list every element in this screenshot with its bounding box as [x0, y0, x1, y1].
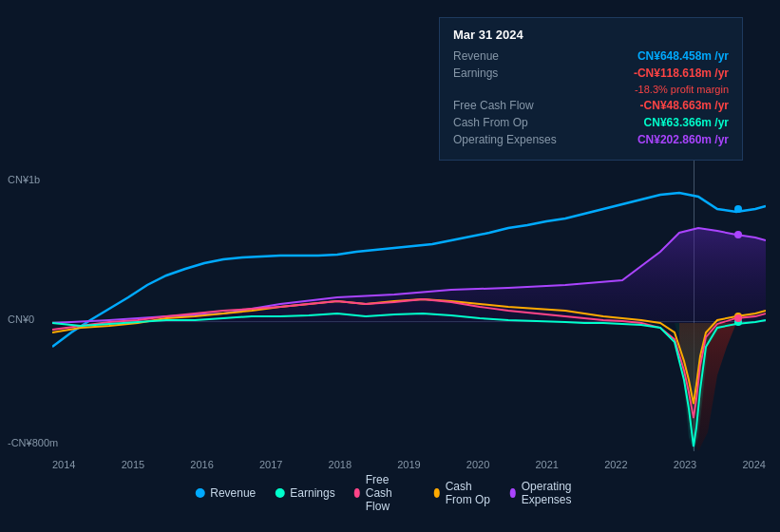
x-axis: 2014 2015 2016 2017 2018 2019 2020 2021 … [52, 459, 766, 470]
profit-margin-row: -18.3% profit margin [453, 84, 729, 95]
tooltip-row-revenue: Revenue CN¥648.458m /yr [453, 49, 729, 63]
tooltip-value-revenue: CN¥648.458m /yr [637, 49, 729, 63]
profit-margin-label: -18.3% profit margin [635, 84, 729, 95]
x-label-2017: 2017 [259, 459, 282, 470]
x-label-2023: 2023 [674, 459, 696, 470]
x-label-2020: 2020 [466, 459, 489, 470]
x-label-2016: 2016 [190, 459, 213, 470]
chart-container: Mar 31 2024 Revenue CN¥648.458m /yr Earn… [0, 0, 780, 532]
legend-label-revenue: Revenue [210, 486, 256, 500]
legend-dot-opex [510, 488, 516, 498]
tooltip-row-fcf: Free Cash Flow -CN¥48.663m /yr [453, 99, 729, 112]
legend-label-fcf: Free Cash Flow [366, 473, 415, 513]
tooltip-label-opex: Operating Expenses [453, 133, 567, 146]
legend-item-revenue[interactable]: Revenue [195, 486, 256, 500]
x-label-2015: 2015 [122, 459, 144, 470]
tooltip-row-cashop: Cash From Op CN¥63.366m /yr [453, 116, 729, 129]
y-label-top: CN¥1b [8, 174, 40, 185]
legend-item-cashop[interactable]: Cash From Op [434, 480, 491, 506]
x-label-2022: 2022 [604, 459, 627, 470]
legend-label-cashop: Cash From Op [446, 480, 491, 506]
tooltip-label-earnings: Earnings [453, 66, 567, 80]
x-label-2018: 2018 [329, 459, 352, 470]
tooltip-value-fcf: -CN¥48.663m /yr [640, 99, 729, 112]
tooltip-label-fcf: Free Cash Flow [453, 99, 567, 112]
tooltip-date: Mar 31 2024 [453, 28, 729, 42]
legend-dot-cashop [434, 488, 440, 498]
purple-area [52, 228, 766, 323]
y-label-bottom: -CN¥800m [8, 437, 58, 448]
tooltip-row-opex: Operating Expenses CN¥202.860m /yr [453, 133, 729, 146]
x-label-2021: 2021 [535, 459, 558, 470]
legend-dot-revenue [195, 488, 204, 498]
legend-item-fcf[interactable]: Free Cash Flow [354, 473, 415, 513]
legend-dot-earnings [275, 488, 284, 498]
y-label-zero: CN¥0 [8, 314, 34, 325]
x-label-2014: 2014 [52, 459, 75, 470]
tooltip-label-cashop: Cash From Op [453, 116, 567, 129]
legend-item-earnings[interactable]: Earnings [275, 486, 334, 500]
legend-label-earnings: Earnings [290, 486, 334, 500]
legend-dot-fcf [354, 488, 360, 498]
chart-svg [52, 157, 766, 451]
x-label-2024: 2024 [742, 459, 765, 470]
opex-dot [734, 231, 742, 238]
tooltip-value-cashop: CN¥63.366m /yr [644, 116, 729, 129]
fcf-dot [734, 314, 742, 322]
tooltip-label-revenue: Revenue [453, 49, 567, 63]
legend-item-opex[interactable]: Operating Expenses [510, 480, 585, 506]
tooltip-value-opex: CN¥202.860m /yr [637, 133, 729, 146]
legend: Revenue Earnings Free Cash Flow Cash Fro… [195, 473, 585, 513]
tooltip-row-earnings: Earnings -CN¥118.618m /yr [453, 66, 729, 80]
tooltip-box: Mar 31 2024 Revenue CN¥648.458m /yr Earn… [439, 17, 743, 161]
x-label-2019: 2019 [397, 459, 420, 470]
tooltip-value-earnings: -CN¥118.618m /yr [634, 66, 729, 80]
revenue-dot [734, 205, 742, 213]
earnings-line [52, 314, 766, 446]
legend-label-opex: Operating Expenses [522, 480, 585, 506]
